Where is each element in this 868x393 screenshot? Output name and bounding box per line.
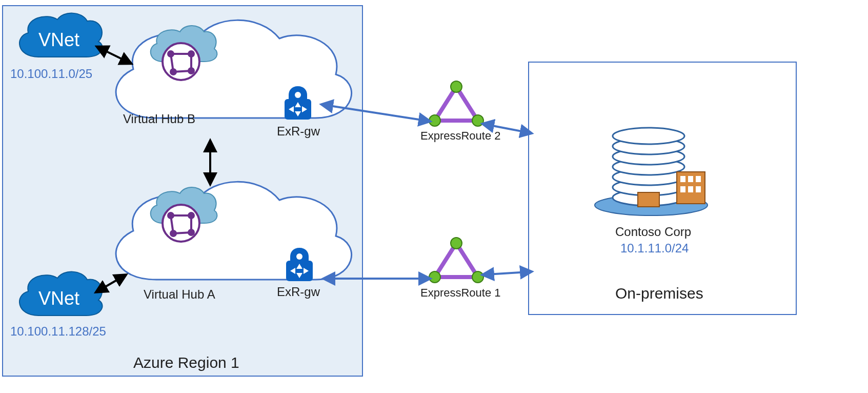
svg-line-54 xyxy=(101,49,127,62)
connectors xyxy=(0,0,868,393)
svg-line-57 xyxy=(326,105,426,121)
svg-line-58 xyxy=(487,125,527,132)
svg-line-55 xyxy=(100,277,122,290)
svg-line-60 xyxy=(487,272,527,274)
